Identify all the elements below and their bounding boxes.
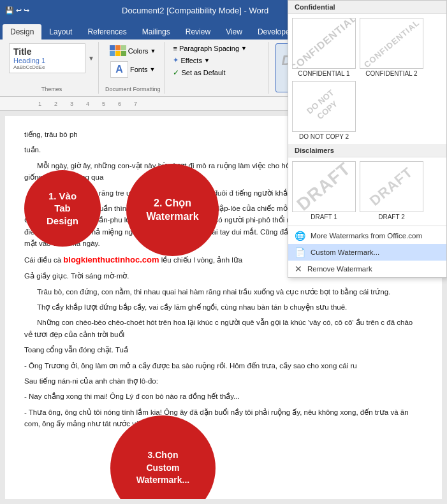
watermark-panel: Confidential CONFIDENTIAL CONFIDENTIAL 1… (288, 0, 447, 278)
paragraph-spacing-label: Paragraph Spacing (179, 45, 239, 52)
wm-label-draft1: DRAFT 1 (311, 213, 337, 220)
wm-thumb-confidential2: CONFIDENTIAL (360, 18, 423, 69)
fonts-button[interactable]: A Fonts ▼ (108, 59, 158, 80)
tab-view[interactable]: View (218, 24, 250, 40)
wm-item-donotcopy[interactable]: DO NOTCOPY DO NOT COPY 2 (292, 81, 356, 140)
wm-more-watermarks[interactable]: 🌐 More Watermarks from Office.com (288, 227, 446, 244)
wm-separator (288, 226, 446, 226)
effects-icon: ✦ (173, 56, 179, 64)
effects-label: Effects (180, 57, 202, 64)
ribbon-group-themes: Title Heading 1 AaBbCcDdEe ▼ Themes (5, 42, 99, 94)
wm-more-icon: 🌐 (295, 231, 305, 241)
colors-button[interactable]: Colors ▼ (107, 43, 159, 58)
ribbon-group-colors-fonts: Colors ▼ A Fonts ▼ Document Formatting (101, 42, 165, 94)
wm-label-conf2: CONFIDENTIAL 2 (365, 70, 417, 77)
wm-text-conf2: CONFIDENTIAL (362, 18, 421, 69)
title-bar-title: Document2 [Compatibility Mode] - Word (122, 6, 268, 15)
wm-item-confidential2[interactable]: CONFIDENTIAL CONFIDENTIAL 2 (360, 18, 423, 77)
themes-arrow-icon: ▼ (88, 55, 94, 62)
theme-body-text: AaBbCcDdEe (13, 64, 81, 70)
colors-fonts-group-label: Document Formatting (105, 85, 161, 92)
doc-para-15: - Thưa ông, ông chủ tôi nóng tính lắm ki… (24, 407, 423, 430)
wm-label-dnc: DO NOT COPY 2 (299, 133, 349, 140)
wm-text-conf1: CONFIDENTIAL (292, 18, 356, 69)
theme-heading-text: Heading 1 (13, 57, 81, 64)
wm-thumb-donotcopy: DO NOTCOPY (292, 81, 356, 132)
paragraph-spacing-arrow-icon: ▼ (241, 45, 247, 52)
wm-text-draft1: DRAFT (293, 161, 355, 212)
wm-remove-icon: ✕ (295, 264, 302, 274)
wm-more-label: More Watermarks from Office.com (311, 232, 422, 240)
wm-thumb-draft2: DRAFT (360, 161, 423, 212)
quick-access-icon: 💾 ↩ ↪ (5, 6, 29, 15)
paragraph-spacing-icon: ≡ (173, 45, 177, 52)
check-icon: ✓ (173, 68, 179, 77)
doc-para-9: Thợ cầy khắp lượt đứng bắp cầy, vai cầy … (24, 301, 423, 313)
wm-remove-watermark[interactable]: ✕ Remove Watermark (288, 261, 446, 277)
paragraph-spacing-button[interactable]: ≡ Paragraph Spacing ▼ (171, 43, 249, 54)
title-bar-left: 💾 ↩ ↪ (5, 6, 29, 15)
wm-custom-icon: 📄 (295, 247, 305, 257)
theme-preview-box: Title Heading 1 AaBbCcDdEe (9, 43, 85, 73)
ribbon-group-spacing: ≡ Paragraph Spacing ▼ ✦ Effects ▼ ✓ Set … (167, 42, 269, 94)
wm-label-draft2: DRAFT 2 (378, 213, 405, 220)
wm-custom-label: Custom Watermark... (311, 248, 379, 256)
wm-disclaimers-section: Disclaimers (288, 144, 446, 157)
effects-arrow-icon: ▼ (204, 57, 210, 64)
effects-button[interactable]: ✦ Effects ▼ (171, 55, 211, 66)
themes-group-label: Themes (41, 85, 62, 92)
wm-text-dnc: DO NOTCOPY (305, 88, 343, 125)
fonts-label: Fonts (130, 66, 148, 73)
fonts-arrow-icon: ▼ (149, 66, 155, 73)
wm-item-draft2[interactable]: DRAFT DRAFT 2 (360, 161, 423, 220)
doc-para-8: Trâu bò, con đứng, con nằm, thi nhau qua… (24, 286, 423, 298)
tab-review[interactable]: Review (178, 24, 218, 40)
wm-remove-label: Remove Watermark (307, 265, 372, 273)
wm-label-conf1: CONFIDENTIAL 1 (298, 70, 349, 77)
theme-title-text: Title (13, 47, 81, 57)
doc-para-11: Toang cổng vẫn đóng chặt. Tuầ (24, 344, 423, 356)
blog-link: blogkienthuctinhoc.com (63, 255, 159, 264)
tab-mailings[interactable]: Mailings (135, 24, 178, 40)
doc-para-12: - Ông Trương ởi, ông làm ơn mở a cầy đượ… (24, 360, 423, 371)
doc-para-14: - Nay chẳng xong thi mai! Ông Lý đ con b… (24, 391, 423, 402)
wm-confidential-section: Confidential (288, 1, 446, 14)
set-as-default-label: Set as Default (181, 69, 225, 76)
doc-para-13: Sau tiếng nán-ni của anh chàn thợ lô-đo: (24, 375, 423, 387)
fonts-icon: A (110, 61, 128, 78)
main-area: tiếng, trâu bò ph tuần. Mỗi ngày, giờ ây… (0, 111, 447, 504)
wm-thumb-draft1: DRAFT (292, 161, 356, 212)
wm-donotcopy-grid: DO NOTCOPY DO NOT COPY 2 (288, 81, 446, 144)
ruler-marks: 1 2 3 4 5 6 7 (38, 101, 137, 107)
wm-confidential-grid: CONFIDENTIAL CONFIDENTIAL 1 CONFIDENTIAL… (288, 14, 446, 81)
colors-arrow-icon: ▼ (150, 48, 156, 54)
wm-thumb-confidential1: CONFIDENTIAL (292, 18, 356, 69)
colors-label: Colors (128, 47, 149, 55)
wm-draft-grid: DRAFT DRAFT 1 DRAFT DRAFT 2 (288, 157, 446, 224)
doc-para-10: Những con chèo-bèo chèo-choét hót trên h… (24, 317, 423, 340)
wm-text-draft2: DRAFT (367, 164, 416, 209)
set-as-default-button[interactable]: ✓ Set as Default (171, 67, 227, 78)
wm-item-confidential1[interactable]: CONFIDENTIAL CONFIDENTIAL 1 (292, 18, 356, 77)
tab-references[interactable]: References (80, 24, 134, 40)
wm-custom-watermark[interactable]: 📄 Custom Watermark... (288, 244, 446, 261)
wm-item-draft1[interactable]: DRAFT DRAFT 1 (292, 161, 356, 220)
tab-design[interactable]: Design (3, 24, 41, 40)
themes-dropdown[interactable]: Title Heading 1 AaBbCcDdEe ▼ (9, 43, 94, 73)
colors-swatch (110, 45, 126, 56)
tab-layout[interactable]: Layout (41, 24, 80, 40)
